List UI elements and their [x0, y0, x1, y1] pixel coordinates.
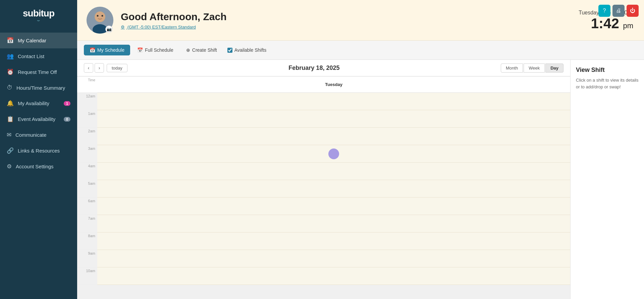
- day-view-button[interactable]: Day: [545, 63, 564, 73]
- sidebar-item-label-account-settings: Account Settings: [16, 164, 54, 169]
- sidebar-item-label-communicate: Communicate: [15, 132, 47, 138]
- gear-icon: ⚙: [121, 25, 125, 30]
- view-shift-description: Click on a shift to view its details or …: [576, 77, 639, 90]
- ampm-label: pm: [623, 22, 633, 30]
- power-button[interactable]: ⏻: [627, 5, 639, 17]
- sidebar-item-links-resources[interactable]: 🔗 Links & Resources: [0, 143, 77, 159]
- calendar-controls: ‹ › today February 18, 2025 Month Week D…: [77, 60, 570, 76]
- help-button[interactable]: ?: [598, 5, 610, 17]
- svg-point-4: [97, 15, 99, 17]
- time-slot-6am: 6am: [77, 198, 97, 215]
- sidebar-item-label-my-availability: My Availability: [18, 100, 49, 106]
- sidebar-nav: 📅 My Calendar 👥 Contact List ⏰ Request T…: [0, 33, 77, 174]
- tab-my-schedule[interactable]: 📅 My Schedule: [84, 45, 130, 55]
- day-slot-6am[interactable]: [97, 198, 570, 215]
- print-button[interactable]: 🖨: [612, 5, 625, 17]
- topbar: ?🖨⏻: [593, 0, 644, 22]
- day-slot-5am[interactable]: [97, 180, 570, 198]
- account-settings-nav-icon: ⚙: [7, 163, 12, 170]
- contact-list-nav-icon: 👥: [7, 53, 14, 60]
- available-shifts-label: Available Shifts: [234, 47, 266, 53]
- badge-my-availability: 1: [64, 101, 70, 106]
- view-shift-title: View Shift: [576, 67, 639, 74]
- day-slot-2am[interactable]: [97, 128, 570, 145]
- right-panel: View Shift Click on a shift to view its …: [570, 60, 644, 299]
- view-toggle: Month Week Day: [501, 63, 564, 73]
- time-header-label: Time: [77, 77, 97, 93]
- sidebar-item-contact-list[interactable]: 👥 Contact List: [0, 48, 77, 64]
- main-content: ?🖨⏻ 📷 Good Afternoon, Zach ⚙: [77, 0, 644, 299]
- request-time-off-nav-icon: ⏰: [7, 69, 14, 76]
- communicate-nav-icon: ✉: [7, 131, 11, 138]
- sidebar-item-label-hours-time-summary: Hours/Time Summary: [16, 85, 65, 91]
- time-slot-12am: 12am: [77, 93, 97, 110]
- prev-button[interactable]: ‹: [84, 63, 93, 73]
- sidebar-item-label-request-time-off: Request Time Off: [18, 69, 57, 75]
- time-slot-3am: 3am: [77, 145, 97, 163]
- calendar-title: February 18, 2025: [127, 65, 501, 72]
- plus-icon: ⊕: [186, 47, 190, 53]
- calendar-main: ‹ › today February 18, 2025 Month Week D…: [77, 60, 570, 299]
- day-column-header: Tuesday: [97, 77, 570, 93]
- sidebar-item-label-event-availability: Event Availability: [18, 116, 55, 122]
- time-slot-2am: 2am: [77, 128, 97, 145]
- tab-full-schedule[interactable]: 📅 Full Schedule: [131, 45, 179, 55]
- badge-event-availability: 0: [64, 117, 70, 122]
- month-view-button[interactable]: Month: [501, 63, 523, 73]
- day-slot-3am[interactable]: [97, 145, 570, 163]
- sidebar-item-label-links-resources: Links & Resources: [18, 148, 60, 154]
- sidebar-item-hours-time-summary[interactable]: ⏱ Hours/Time Summary: [0, 80, 77, 95]
- time-slot-4am: 4am: [77, 163, 97, 180]
- time-column-label: Time: [88, 78, 95, 82]
- calendar-body: ‹ › today February 18, 2025 Month Week D…: [77, 60, 644, 299]
- tab-create-shift[interactable]: ⊕ Create Shift: [180, 45, 223, 55]
- day-slot-4am[interactable]: [97, 163, 570, 180]
- time-slot-7am: 7am: [77, 215, 97, 232]
- day-label: Tuesday: [325, 82, 342, 87]
- available-shifts-checkbox[interactable]: [227, 48, 232, 53]
- calendar-grid: Time Tuesday 12am1am2am3am4am5am6am7am8a…: [77, 76, 570, 285]
- avatar-wrap: 📷: [87, 7, 113, 34]
- svg-point-3: [95, 12, 105, 22]
- sidebar-logo: subitup ⌣: [0, 0, 77, 30]
- greeting-name: Good Afternoon, Zach: [121, 11, 579, 23]
- my-calendar-nav-icon: 📅: [7, 37, 14, 44]
- schedule-tabs: 📅 My Schedule 📅 Full Schedule ⊕ Create S…: [77, 41, 644, 60]
- time-slot-10am: 10am: [77, 267, 97, 285]
- sidebar-item-account-settings[interactable]: ⚙ Account Settings: [0, 159, 77, 174]
- svg-point-5: [102, 15, 103, 17]
- day-slot-12am[interactable]: [97, 93, 570, 110]
- today-button[interactable]: today: [107, 64, 127, 72]
- day-slot-7am[interactable]: [97, 215, 570, 232]
- next-button[interactable]: ›: [95, 63, 104, 73]
- timezone-link[interactable]: ⚙ (GMT -5:00) EST/Eastern Standard: [121, 25, 579, 30]
- sidebar-item-label-my-calendar: My Calendar: [18, 38, 46, 43]
- sidebar: subitup ⌣ 📅 My Calendar 👥 Contact List ⏰…: [0, 0, 77, 299]
- time-slot-9am: 9am: [77, 250, 97, 267]
- header-section: 📷 Good Afternoon, Zach ⚙ (GMT -5:00) EST…: [77, 0, 644, 41]
- day-slot-8am[interactable]: [97, 232, 570, 250]
- sidebar-item-my-availability[interactable]: 🔔 My Availability 1: [0, 95, 77, 111]
- event-availability-nav-icon: 📋: [7, 116, 14, 123]
- calendar-icon-2: 📅: [137, 47, 143, 53]
- week-view-button[interactable]: Week: [524, 63, 545, 73]
- logo-smile: ⌣: [7, 17, 70, 23]
- links-resources-nav-icon: 🔗: [7, 147, 14, 154]
- sidebar-item-my-calendar[interactable]: 📅 My Calendar: [0, 33, 77, 48]
- avatar-camera-icon[interactable]: 📷: [105, 26, 113, 33]
- sidebar-item-label-contact-list: Contact List: [18, 53, 44, 59]
- calendar-icon: 📅: [90, 47, 95, 53]
- day-slot-9am[interactable]: [97, 250, 570, 267]
- time-slot-1am: 1am: [77, 110, 97, 128]
- sidebar-item-event-availability[interactable]: 📋 Event Availability 0: [0, 111, 77, 127]
- timezone-text: (GMT -5:00) EST/Eastern Standard: [127, 25, 196, 30]
- hours-time-summary-nav-icon: ⏱: [7, 84, 12, 91]
- time-slot-8am: 8am: [77, 232, 97, 250]
- sidebar-item-communicate[interactable]: ✉ Communicate: [0, 127, 77, 143]
- greeting-block: Good Afternoon, Zach ⚙ (GMT -5:00) EST/E…: [121, 11, 579, 30]
- my-availability-nav-icon: 🔔: [7, 100, 14, 107]
- day-slot-10am[interactable]: [97, 267, 570, 285]
- day-slot-1am[interactable]: [97, 110, 570, 128]
- sidebar-item-request-time-off[interactable]: ⏰ Request Time Off: [0, 64, 77, 80]
- available-shifts-checkbox-label[interactable]: Available Shifts: [224, 45, 270, 55]
